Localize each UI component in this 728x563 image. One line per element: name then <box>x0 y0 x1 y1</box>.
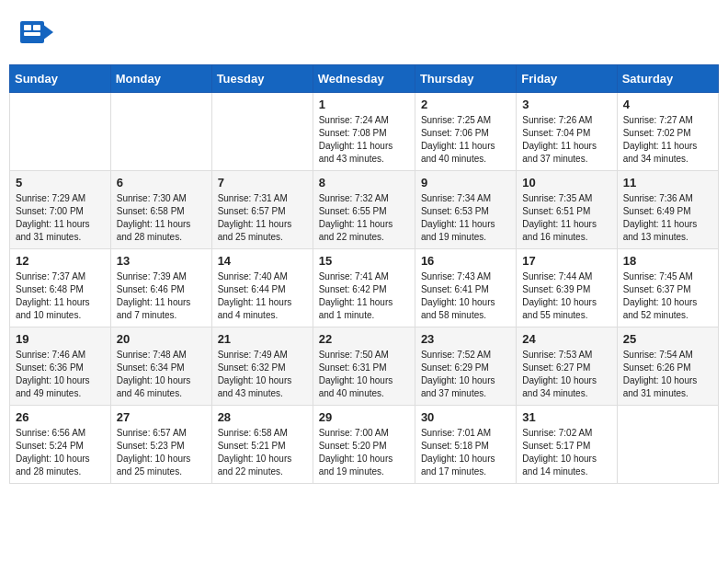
day-number: 27 <box>117 410 206 424</box>
calendar-cell: 22Sunrise: 7:50 AM Sunset: 6:31 PM Dayli… <box>313 327 415 406</box>
weekday-header-wednesday: Wednesday <box>313 65 415 93</box>
day-number: 14 <box>218 254 307 268</box>
day-number: 29 <box>319 410 409 424</box>
day-number: 23 <box>421 332 510 346</box>
svg-rect-4 <box>24 32 40 36</box>
day-info: Sunrise: 7:40 AM Sunset: 6:44 PM Dayligh… <box>218 270 307 322</box>
day-number: 16 <box>421 254 510 268</box>
calendar-table: SundayMondayTuesdayWednesdayThursdayFrid… <box>9 64 719 484</box>
calendar-cell: 10Sunrise: 7:35 AM Sunset: 6:51 PM Dayli… <box>517 171 617 249</box>
calendar-cell: 8Sunrise: 7:32 AM Sunset: 6:55 PM Daylig… <box>313 171 415 249</box>
day-info: Sunrise: 7:46 AM Sunset: 6:36 PM Dayligh… <box>16 349 105 400</box>
calendar-cell: 30Sunrise: 7:01 AM Sunset: 5:18 PM Dayli… <box>415 406 516 484</box>
day-number: 1 <box>319 98 409 111</box>
calendar-cell: 1Sunrise: 7:24 AM Sunset: 7:08 PM Daylig… <box>313 93 415 171</box>
day-info: Sunrise: 7:24 AM Sunset: 7:08 PM Dayligh… <box>319 114 409 166</box>
day-info: Sunrise: 7:00 AM Sunset: 5:20 PM Dayligh… <box>319 427 409 478</box>
day-info: Sunrise: 7:50 AM Sunset: 6:31 PM Dayligh… <box>319 349 409 400</box>
calendar-cell: 5Sunrise: 7:29 AM Sunset: 7:00 PM Daylig… <box>10 171 111 249</box>
calendar-cell: 29Sunrise: 7:00 AM Sunset: 5:20 PM Dayli… <box>313 406 415 484</box>
calendar-cell: 17Sunrise: 7:44 AM Sunset: 6:39 PM Dayli… <box>517 249 617 327</box>
calendar-cell: 28Sunrise: 6:58 AM Sunset: 5:21 PM Dayli… <box>211 406 313 484</box>
calendar-cell: 18Sunrise: 7:45 AM Sunset: 6:37 PM Dayli… <box>617 249 718 327</box>
weekday-header-tuesday: Tuesday <box>211 65 313 93</box>
calendar-cell: 6Sunrise: 7:30 AM Sunset: 6:58 PM Daylig… <box>110 171 211 249</box>
calendar-week-row: 1Sunrise: 7:24 AM Sunset: 7:08 PM Daylig… <box>10 93 719 171</box>
day-number: 28 <box>218 410 307 424</box>
page-header <box>9 9 719 55</box>
day-number: 21 <box>218 332 307 346</box>
weekday-header-friday: Friday <box>517 65 617 93</box>
day-info: Sunrise: 7:27 AM Sunset: 7:02 PM Dayligh… <box>623 114 712 166</box>
day-number: 11 <box>623 176 712 190</box>
weekday-header-thursday: Thursday <box>415 65 516 93</box>
day-info: Sunrise: 7:54 AM Sunset: 6:26 PM Dayligh… <box>623 349 712 400</box>
calendar-cell: 21Sunrise: 7:49 AM Sunset: 6:32 PM Dayli… <box>211 327 313 406</box>
logo <box>18 14 57 51</box>
calendar-cell <box>110 93 211 171</box>
svg-rect-2 <box>24 25 31 30</box>
calendar-cell: 27Sunrise: 6:57 AM Sunset: 5:23 PM Dayli… <box>110 406 211 484</box>
calendar-week-row: 26Sunrise: 6:56 AM Sunset: 5:24 PM Dayli… <box>10 406 719 484</box>
calendar-cell: 3Sunrise: 7:26 AM Sunset: 7:04 PM Daylig… <box>517 93 617 171</box>
day-info: Sunrise: 7:37 AM Sunset: 6:48 PM Dayligh… <box>16 270 105 322</box>
day-number: 18 <box>623 254 712 268</box>
day-info: Sunrise: 6:58 AM Sunset: 5:21 PM Dayligh… <box>218 427 307 478</box>
day-info: Sunrise: 7:01 AM Sunset: 5:18 PM Dayligh… <box>421 427 510 478</box>
calendar-cell: 14Sunrise: 7:40 AM Sunset: 6:44 PM Dayli… <box>211 249 313 327</box>
calendar-cell: 31Sunrise: 7:02 AM Sunset: 5:17 PM Dayli… <box>517 406 617 484</box>
weekday-header-sunday: Sunday <box>10 65 111 93</box>
day-number: 13 <box>117 254 206 268</box>
calendar-body: 1Sunrise: 7:24 AM Sunset: 7:08 PM Daylig… <box>10 93 719 484</box>
day-info: Sunrise: 7:30 AM Sunset: 6:58 PM Dayligh… <box>117 192 206 244</box>
calendar-cell: 15Sunrise: 7:41 AM Sunset: 6:42 PM Dayli… <box>313 249 415 327</box>
day-info: Sunrise: 7:41 AM Sunset: 6:42 PM Dayligh… <box>319 270 409 322</box>
day-number: 2 <box>421 98 510 111</box>
calendar-week-row: 19Sunrise: 7:46 AM Sunset: 6:36 PM Dayli… <box>10 327 719 406</box>
calendar-header-row: SundayMondayTuesdayWednesdayThursdayFrid… <box>10 65 719 93</box>
day-info: Sunrise: 7:26 AM Sunset: 7:04 PM Dayligh… <box>522 114 610 166</box>
day-number: 31 <box>522 410 610 424</box>
day-info: Sunrise: 7:36 AM Sunset: 6:49 PM Dayligh… <box>623 192 712 244</box>
day-info: Sunrise: 7:49 AM Sunset: 6:32 PM Dayligh… <box>218 349 307 400</box>
day-info: Sunrise: 7:32 AM Sunset: 6:55 PM Dayligh… <box>319 192 409 244</box>
day-info: Sunrise: 7:31 AM Sunset: 6:57 PM Dayligh… <box>218 192 307 244</box>
calendar-cell: 24Sunrise: 7:53 AM Sunset: 6:27 PM Dayli… <box>517 327 617 406</box>
calendar-cell: 16Sunrise: 7:43 AM Sunset: 6:41 PM Dayli… <box>415 249 516 327</box>
day-number: 26 <box>16 410 105 424</box>
svg-marker-1 <box>39 21 53 43</box>
day-number: 7 <box>218 176 307 190</box>
weekday-header-monday: Monday <box>110 65 211 93</box>
day-number: 8 <box>319 176 409 190</box>
day-info: Sunrise: 7:44 AM Sunset: 6:39 PM Dayligh… <box>522 270 610 322</box>
calendar-cell: 12Sunrise: 7:37 AM Sunset: 6:48 PM Dayli… <box>10 249 111 327</box>
calendar-cell: 19Sunrise: 7:46 AM Sunset: 6:36 PM Dayli… <box>10 327 111 406</box>
day-number: 30 <box>421 410 510 424</box>
calendar-cell: 13Sunrise: 7:39 AM Sunset: 6:46 PM Dayli… <box>110 249 211 327</box>
calendar-cell: 26Sunrise: 6:56 AM Sunset: 5:24 PM Dayli… <box>10 406 111 484</box>
day-number: 4 <box>623 98 712 111</box>
calendar-week-row: 12Sunrise: 7:37 AM Sunset: 6:48 PM Dayli… <box>10 249 719 327</box>
day-number: 10 <box>522 176 610 190</box>
day-info: Sunrise: 7:52 AM Sunset: 6:29 PM Dayligh… <box>421 349 510 400</box>
day-number: 24 <box>522 332 610 346</box>
day-info: Sunrise: 7:48 AM Sunset: 6:34 PM Dayligh… <box>117 349 206 400</box>
logo-icon <box>18 14 55 51</box>
day-number: 5 <box>16 176 105 190</box>
day-number: 25 <box>623 332 712 346</box>
day-info: Sunrise: 7:43 AM Sunset: 6:41 PM Dayligh… <box>421 270 510 322</box>
day-number: 17 <box>522 254 610 268</box>
day-info: Sunrise: 7:53 AM Sunset: 6:27 PM Dayligh… <box>522 349 610 400</box>
day-number: 9 <box>421 176 510 190</box>
day-info: Sunrise: 7:45 AM Sunset: 6:37 PM Dayligh… <box>623 270 712 322</box>
day-info: Sunrise: 7:39 AM Sunset: 6:46 PM Dayligh… <box>117 270 206 322</box>
day-number: 20 <box>117 332 206 346</box>
day-number: 22 <box>319 332 409 346</box>
calendar-cell: 25Sunrise: 7:54 AM Sunset: 6:26 PM Dayli… <box>617 327 718 406</box>
day-info: Sunrise: 6:56 AM Sunset: 5:24 PM Dayligh… <box>16 427 105 478</box>
calendar-cell: 4Sunrise: 7:27 AM Sunset: 7:02 PM Daylig… <box>617 93 718 171</box>
calendar-cell: 9Sunrise: 7:34 AM Sunset: 6:53 PM Daylig… <box>415 171 516 249</box>
calendar-cell <box>211 93 313 171</box>
calendar-cell <box>10 93 111 171</box>
calendar-cell: 2Sunrise: 7:25 AM Sunset: 7:06 PM Daylig… <box>415 93 516 171</box>
